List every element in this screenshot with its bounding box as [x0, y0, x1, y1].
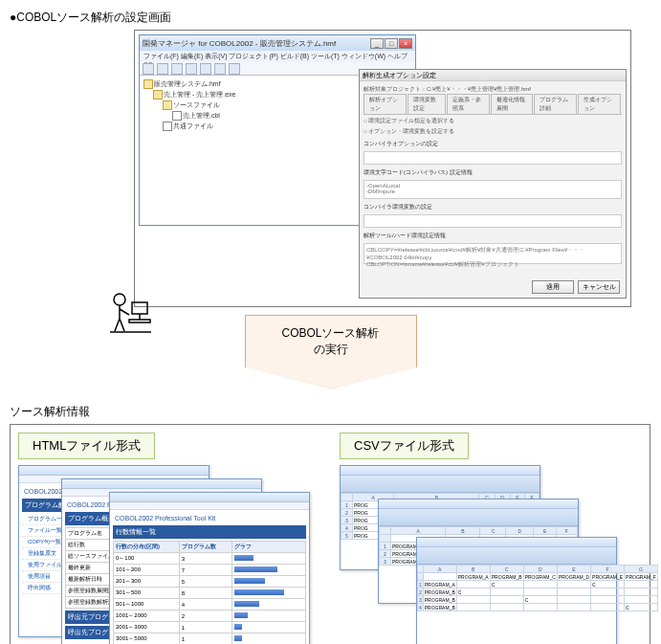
settings-screenshot: 開発マネージャ for COBOL2002 - 販売管理システム.hmf _ □… [134, 30, 631, 307]
field-label: コンパイラ環境変数の設定 [364, 203, 622, 211]
output-title: ソース解析情報 [10, 404, 651, 420]
dialog-tab[interactable]: 生成オプション [578, 94, 621, 114]
tool-icon[interactable] [186, 63, 197, 75]
csv-format-label: CSVファイル形式 [340, 433, 469, 459]
tool-icon[interactable] [143, 63, 154, 75]
tool-icon[interactable] [229, 63, 240, 75]
tool-icon[interactable] [157, 63, 168, 75]
svg-rect-1 [132, 302, 147, 314]
dialog-tab[interactable]: 最適化情報展開 [491, 94, 534, 114]
excel-window: ABCDEFG PROGRAM_APROGRAM_BPROGRAM_CPROGR… [416, 537, 617, 644]
close-button[interactable]: × [399, 38, 412, 49]
brand: COBOL2002 Professional Tool Kit [113, 513, 306, 523]
text-field[interactable] [364, 214, 622, 228]
output-panel: HTMLファイル形式 COBOL2002 Professional Tool K… [10, 424, 650, 644]
window-title: 開発マネージャ for COBOL2002 - 販売管理システム.hmf [143, 38, 336, 49]
excel-ribbon[interactable] [341, 476, 540, 493]
dialog-title: 解析生成オプション設定 [360, 70, 626, 81]
field-label: 解析ツール/ハード環境設定情報 [364, 232, 622, 240]
apply-button[interactable]: 適用 [532, 280, 574, 294]
dialog-tab[interactable]: プログラム詳細 [534, 94, 577, 114]
spreadsheet[interactable]: ABCDEFG PROGRAM_APROGRAM_BPROGRAM_CPROGR… [417, 565, 658, 611]
main-titlebar: 開発マネージャ for COBOL2002 - 販売管理システム.hmf _ □… [140, 35, 415, 51]
text-field[interactable] [364, 151, 622, 165]
html-format-label: HTMLファイル形式 [18, 433, 155, 459]
text-field[interactable]: -OpenALocal -DMImpure [364, 180, 622, 199]
menubar[interactable]: ファイル(F) 編集(E) 表示(V) プロジェクト(P) ビルド(B) ツール… [140, 51, 415, 62]
html-report-window: COBOL2002 Professional Tool Kit 行数情報一覧 行… [109, 492, 310, 644]
minimize-button[interactable]: _ [370, 38, 384, 49]
excel-ribbon[interactable] [417, 547, 616, 565]
settings-title: ●COBOLソース解析の設定画面 [10, 10, 651, 26]
svg-point-0 [114, 294, 125, 305]
cancel-button[interactable]: キャンセル [578, 280, 620, 294]
excel-ribbon[interactable] [379, 509, 578, 526]
distribution-table: 行数の分布(区間)プログラム数グラフ 0～1003 101～2007 201～3… [113, 541, 306, 644]
tool-icon[interactable] [171, 63, 183, 75]
tool-icon[interactable] [214, 63, 226, 75]
dialog-tab[interactable]: 解析オプション [364, 94, 407, 114]
arrow-label: COBOLソース解析 の実行 [245, 315, 417, 367]
flow-arrow: COBOLソース解析 の実行 [10, 315, 651, 389]
dialog-tab[interactable]: 環境変数設定 [408, 94, 446, 114]
radio-option[interactable]: ○ オプション・環境変数を設定する [364, 127, 622, 136]
project-path: 解析対象プロジェクト：C:¥売上¥・・・¥売上管理¥売上管理.hmf [364, 85, 622, 94]
settings-dialog: 解析生成オプション設定 解析対象プロジェクト：C:¥売上¥・・・¥売上管理¥売上… [359, 69, 627, 299]
field-label: 環境文字コード(コンパイラパス) 設定情報 [364, 168, 622, 177]
radio-option[interactable]: ○ 環境設定ファイル指定を選択する [364, 117, 622, 125]
report-header: 行数情報一覧 [113, 525, 306, 539]
maximize-button[interactable]: □ [385, 38, 398, 49]
tool-icon[interactable] [200, 63, 211, 75]
text-field[interactable]: CBLCOPY=¥release¥cbl;source¥cmd¥解析¥対象¥共通… [364, 243, 622, 264]
field-label: コンパイラオプションの設定 [364, 140, 622, 148]
dialog-tab[interactable]: 定義系・参照系 [447, 94, 490, 114]
